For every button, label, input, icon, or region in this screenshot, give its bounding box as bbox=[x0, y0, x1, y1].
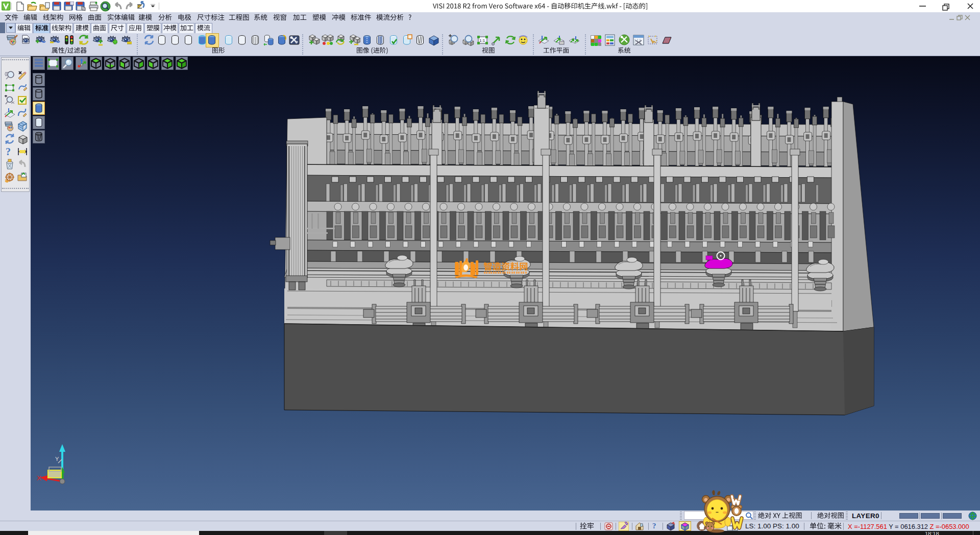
svg-text:1:1: 1:1 bbox=[479, 38, 485, 43]
svg-text:?: ? bbox=[6, 146, 11, 157]
svg-text:X: X bbox=[37, 474, 41, 482]
svg-text:Y: Y bbox=[55, 456, 59, 462]
